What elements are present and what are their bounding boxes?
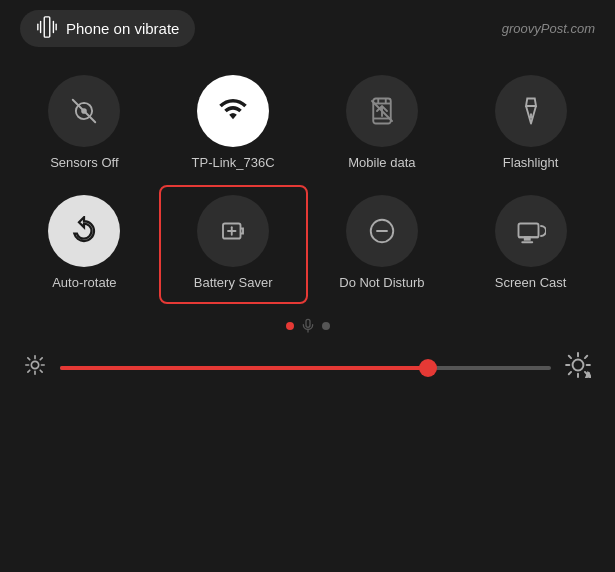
quick-settings-grid: Sensors Off TP-Link_736C	[0, 55, 615, 304]
svg-rect-16	[524, 237, 529, 240]
svg-line-28	[28, 370, 30, 372]
dot-active	[286, 322, 294, 330]
tile-flashlight[interactable]: Flashlight	[456, 65, 605, 185]
svg-point-29	[573, 360, 584, 371]
brightness-control[interactable]: A	[0, 344, 615, 391]
svg-rect-14	[518, 223, 538, 237]
svg-point-20	[31, 362, 38, 369]
svg-rect-18	[306, 320, 310, 328]
svg-line-36	[585, 356, 587, 358]
svg-line-25	[28, 358, 30, 360]
screen-cast-icon	[495, 195, 567, 267]
tile-mobile-data[interactable]: Mobile data	[308, 65, 457, 185]
top-bar: Phone on vibrate groovyPost.com	[0, 0, 615, 55]
wifi-label: TP-Link_736C	[192, 155, 275, 171]
brightness-fill	[60, 366, 428, 370]
svg-line-26	[40, 370, 42, 372]
flashlight-icon	[495, 75, 567, 147]
tile-auto-rotate[interactable]: Auto-rotate	[10, 185, 159, 305]
vibrate-pill[interactable]: Phone on vibrate	[20, 10, 195, 47]
auto-rotate-label: Auto-rotate	[52, 275, 116, 291]
brightness-thumb[interactable]	[419, 359, 437, 377]
flashlight-label: Flashlight	[503, 155, 559, 171]
wifi-icon	[197, 75, 269, 147]
sensors-off-label: Sensors Off	[50, 155, 118, 171]
auto-rotate-icon	[48, 195, 120, 267]
svg-text:A: A	[586, 371, 591, 378]
svg-line-27	[40, 358, 42, 360]
tile-screen-cast[interactable]: Screen Cast	[456, 185, 605, 305]
svg-point-1	[83, 109, 87, 113]
mobile-data-label: Mobile data	[348, 155, 415, 171]
mobile-data-icon	[346, 75, 418, 147]
battery-saver-label: Battery Saver	[194, 275, 273, 291]
tile-wifi[interactable]: TP-Link_736C	[159, 65, 308, 185]
svg-line-37	[569, 372, 571, 374]
vibrate-label: Phone on vibrate	[66, 20, 179, 37]
brightness-max-icon: A	[565, 352, 591, 383]
tile-battery-saver[interactable]: Battery Saver	[159, 185, 308, 305]
tile-dnd[interactable]: Do Not Disturb	[308, 185, 457, 305]
dnd-icon	[346, 195, 418, 267]
svg-line-34	[569, 356, 571, 358]
svg-rect-0	[44, 17, 50, 37]
dot-inactive	[322, 322, 330, 330]
screen-cast-label: Screen Cast	[495, 275, 567, 291]
battery-saver-icon	[197, 195, 269, 267]
sensors-off-icon	[48, 75, 120, 147]
brightness-min-icon	[24, 354, 46, 381]
brightness-slider[interactable]	[60, 366, 551, 370]
vibrate-icon	[36, 16, 58, 41]
watermark: groovyPost.com	[502, 21, 595, 36]
mic-icon	[300, 318, 316, 334]
page-indicator	[0, 304, 615, 344]
tile-sensors-off[interactable]: Sensors Off	[10, 65, 159, 185]
dnd-label: Do Not Disturb	[339, 275, 424, 291]
